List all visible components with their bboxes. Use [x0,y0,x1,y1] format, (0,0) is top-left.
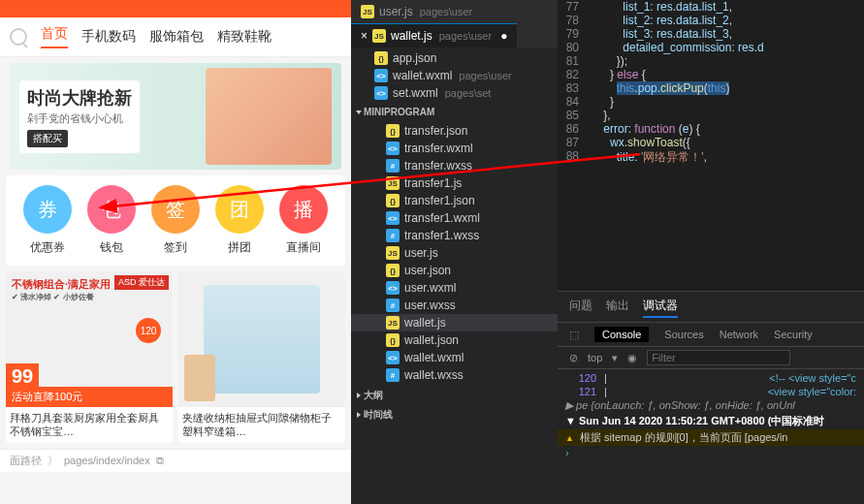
promo-text: 活动直降100元 [6,387,173,407]
wallet-icon: 包 [87,185,136,234]
tree-item[interactable]: <>transfer.wxml [351,140,558,157]
timeline-section[interactable]: 时间线 [351,405,558,425]
tree-item[interactable]: #wallet.wxss [351,366,558,384]
wxml-icon: <> [386,142,400,155]
console-prompt[interactable]: › [565,447,569,458]
nav-tab-clothing[interactable]: 服饰箱包 [149,28,204,46]
nav-tab-digital[interactable]: 手机数码 [81,28,136,46]
nav-tab-home[interactable]: 首页 [41,25,68,48]
banner-button[interactable]: 搭配买 [27,130,68,147]
code-line[interactable]: 83 this.pop.clickPup(this) [558,81,864,95]
tree-item[interactable]: {}app.json [351,49,558,67]
dt-tab-problems[interactable]: 问题 [569,296,592,318]
console-object[interactable]: ▶ pe {onLaunch: ƒ, onShow: ƒ, onHide: ƒ,… [565,399,856,412]
code-line[interactable]: 81 }); [558,54,864,68]
code-line[interactable]: 86 error: function (e) { [558,122,864,136]
tree-item[interactable]: JSuser.js [351,244,558,262]
page-path: pages/index/index [64,455,150,466]
dt-tab-output[interactable]: 输出 [606,296,629,318]
code-line[interactable]: 85 }, [558,109,864,122]
clear-console-icon[interactable]: ⊘ [569,352,578,364]
copy-icon[interactable]: ⧉ [156,455,164,467]
editor-tabs: JSuser.jspages\user [351,0,558,23]
outline-section[interactable]: 大纲 [351,386,558,405]
dt-tab-debugger[interactable]: 调试器 [643,296,678,318]
tree-item[interactable]: <>transfer1.wxml [351,209,558,227]
product-image: ASD 爱仕达 不锈钢组合·满足家用 ✔ 沸水净焯 ✔ 小炒佐餐 120 99 … [6,271,173,407]
product-grid: ASD 爱仕达 不锈钢组合·满足家用 ✔ 沸水净焯 ✔ 小炒佐餐 120 99 … [0,266,351,449]
quick-wallet[interactable]: 包钱包 [87,185,136,256]
wxml-icon: <> [374,69,388,82]
code-line[interactable]: 84 } [558,95,864,109]
wxss-icon: # [386,229,400,242]
tree-item[interactable]: {}transfer1.json [351,192,558,209]
quick-group[interactable]: 团拼团 [215,185,264,256]
banner-image [206,68,332,165]
close-icon[interactable]: × [361,29,368,43]
json-icon: {} [386,333,400,347]
file-tree: {}transfer.json<>transfer.wxml#transfer.… [351,120,558,386]
tree-item[interactable]: {}user.json [351,262,558,279]
tree-section-header[interactable]: MINIPROGRAM [351,104,558,120]
context-selector[interactable]: top [588,352,602,363]
filter-input[interactable] [647,350,790,365]
quick-signin[interactable]: 签签到 [151,185,200,256]
devtools-tabs: 问题 输出 调试器 [558,292,864,323]
tree-item[interactable]: <>wallet.wxmlpages\user [351,67,558,84]
subtab-console[interactable]: Console [594,327,649,342]
code-line[interactable]: 82 } else { [558,68,864,81]
wxss-icon: # [386,299,400,312]
code-line[interactable]: 78 list_2: res.data.list_2, [558,14,864,27]
editor-tab[interactable]: JSuser.jspages\user [351,0,482,23]
tree-item[interactable]: <>wallet.wxml [351,349,558,366]
banner[interactable]: 时尚大牌抢新 剁手党的省钱小心机 搭配买 [10,63,341,170]
product-card[interactable]: ASD 爱仕达 不锈钢组合·满足家用 ✔ 沸水净焯 ✔ 小炒佐餐 120 99 … [6,271,173,443]
chevron-right-icon [357,393,361,398]
tree-item[interactable]: #transfer1.wxss [351,227,558,244]
console-warning: 根据 sitemap 的规则[0]，当前页面 [pages/in [558,429,864,446]
code-line[interactable]: 88 title: '网络异常！', [558,149,864,166]
wxml-icon: <> [386,211,400,225]
banner-title: 时尚大牌抢新 [27,86,132,110]
console-timestamp[interactable]: ▼ Sun Jun 14 2020 11:50:21 GMT+0800 (中国标… [565,414,856,428]
code-line[interactable]: 80 detailed_commission: res.d [558,41,864,54]
code-line[interactable]: 77 list_1: res.data.list_1, [558,0,864,14]
subtab-security[interactable]: Security [774,329,813,340]
code-editor[interactable]: 77 list_1: res.data.list_1,78 list_2: re… [558,0,864,291]
brand-badge: ASD 爱仕达 [114,275,169,290]
path-label: 面路径 [10,454,42,468]
console-output[interactable]: 120|<!-- <view style="c 121|<view style=… [558,369,864,504]
tree-item[interactable]: <>user.wxml [351,279,558,297]
code-line[interactable]: 79 list_3: res.data.list_3, [558,27,864,41]
wxss-icon: # [386,368,400,382]
tree-item[interactable]: {}transfer.json [351,122,558,140]
quick-coupon[interactable]: 券优惠券 [23,185,72,256]
editor-tab-active[interactable]: ×JSwallet.jspages\user● [351,23,517,47]
wxml-icon: <> [386,351,400,364]
elements-icon[interactable]: ⬚ [569,329,579,341]
page-path-footer: 面路径 〉 pages/index/index ⧉ [0,449,351,472]
eye-icon[interactable]: ◉ [627,352,637,364]
wxml-icon: <> [374,86,388,100]
product-card[interactable]: 夹缝收纳柜抽屉式间隙储物柜子塑料窄缝箱… [178,271,345,443]
tree-item[interactable]: {}wallet.json [351,331,558,349]
tree-item[interactable]: JStransfer1.js [351,174,558,192]
code-line[interactable]: 87 wx.showToast({ [558,136,864,149]
tree-item[interactable]: #transfer.wxss [351,157,558,174]
subtab-sources[interactable]: Sources [664,329,703,340]
js-icon: JS [386,176,400,190]
top-nav: 首页 手机数码 服饰箱包 精致鞋靴 [0,17,351,57]
console-toolbar: ⊘ top ▾ ◉ [558,347,864,369]
search-icon[interactable] [10,28,27,46]
nav-tab-shoes[interactable]: 精致鞋靴 [217,28,272,46]
tree-item[interactable]: #user.wxss [351,297,558,314]
devtools-subtabs: ⬚ Console Sources Network Security [558,323,864,347]
product-title: 拜格刀具套装厨房家用全套厨具不锈钢宝宝… [6,407,173,443]
product-image [178,271,345,407]
tree-item[interactable]: <>set.wxmlpages\set [351,84,558,102]
status-bar [0,0,351,17]
live-icon: 播 [279,185,328,234]
subtab-network[interactable]: Network [720,329,758,340]
tree-item[interactable]: JSwallet.js [351,314,558,331]
quick-live[interactable]: 播直播间 [279,185,328,256]
